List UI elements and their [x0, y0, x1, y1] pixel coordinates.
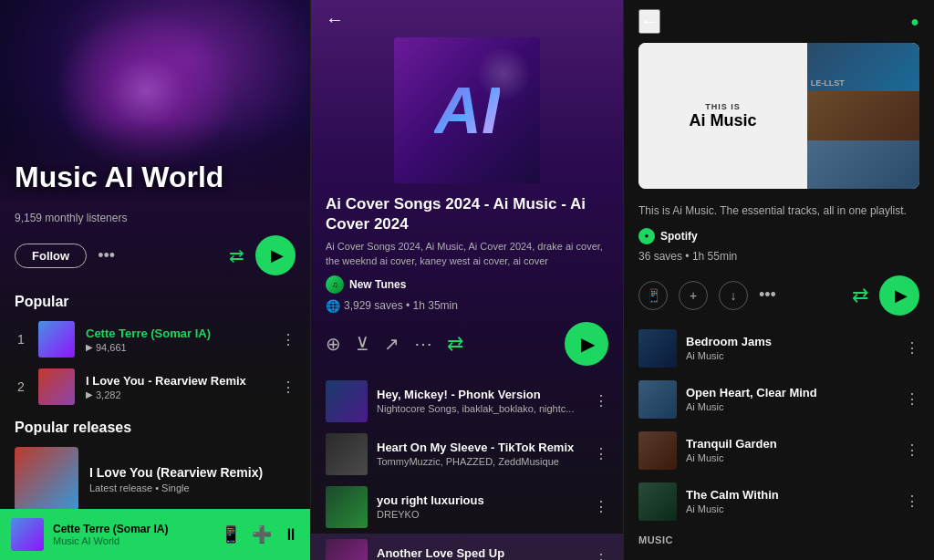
ai-logo-text: AI: [434, 73, 500, 148]
track-item[interactable]: 2 I Love You - Rearview Remix ▶ 3,282 ⋮: [15, 368, 296, 405]
track-thumbnail: [638, 482, 677, 521]
more-icon[interactable]: ⋯: [414, 333, 432, 355]
creator-name: New Tunes: [349, 278, 406, 291]
track-thumbnail: [638, 380, 677, 419]
track-item[interactable]: Bedroom Jams Ai Music ⋮: [624, 323, 934, 374]
track-name: you right luxurious: [377, 493, 585, 507]
shuffle-button[interactable]: ⇄: [229, 244, 244, 266]
back-button[interactable]: ←: [638, 9, 660, 34]
playlist-actions: ⊕ ⊻ ↗ ⋯ ⇄ ▶: [311, 322, 623, 375]
play-icon: ▶: [271, 245, 284, 265]
cover-image-1: LE-LLST: [807, 43, 919, 91]
track-item[interactable]: 1 Cette Terre (Somar IA) ▶ 94,661 ⋮: [15, 321, 296, 358]
playlist-stats: 🌐 3,929 saves • 1h 35min: [326, 299, 608, 313]
play-button[interactable]: ▶: [879, 275, 919, 316]
np-title: Cette Terre (Somar IA): [53, 523, 212, 535]
more-button[interactable]: •••: [759, 285, 776, 305]
globe-icon: 🌐: [326, 299, 340, 313]
track-name: Bedroom Jams: [686, 335, 896, 348]
cover-main: THIS IS Ai Music: [638, 43, 807, 189]
release-item[interactable]: I Love You (Rearview Remix) Latest relea…: [15, 447, 296, 511]
track-name: I Love You - Rearview Remix: [86, 374, 270, 388]
popular-releases-title: Popular releases: [15, 420, 296, 436]
play-button[interactable]: ▶: [565, 322, 608, 366]
track-more-button[interactable]: ⋮: [594, 445, 608, 462]
track-details: Tranquil Garden Ai Music: [686, 437, 896, 463]
shuffle-button[interactable]: ⇄: [447, 332, 463, 356]
track-artists: TommyMuzzic, PHAZZED, ZeddMusique: [377, 456, 585, 467]
playlist-description: This is Ai Music. The essential tracks, …: [624, 198, 934, 224]
more-options-button[interactable]: •••: [98, 246, 115, 265]
track-more-button[interactable]: ⋮: [905, 441, 919, 459]
track-artist: Ai Music: [686, 350, 896, 361]
plays-count: 3,282: [96, 389, 121, 400]
play-button[interactable]: ▶: [255, 235, 296, 275]
track-details: Bedroom Jams Ai Music: [686, 335, 896, 361]
track-thumbnail: [326, 539, 368, 560]
follow-button[interactable]: Follow: [15, 244, 87, 268]
pause-icon[interactable]: ⏸: [283, 525, 299, 544]
plays-icon: ▶: [86, 389, 93, 399]
track-item[interactable]: Hey, Mickey! - Phonk Version Nightocore …: [311, 375, 623, 428]
shuffle-button[interactable]: ⇄: [852, 284, 868, 307]
track-thumbnail: [38, 368, 75, 405]
track-more-button[interactable]: ⋮: [594, 498, 608, 515]
release-name: I Love You (Rearview Remix): [89, 465, 296, 480]
track-list: Hey, Mickey! - Phonk Version Nightocore …: [311, 375, 623, 560]
track-details: Open Heart, Clear Mind Ai Music: [686, 386, 896, 412]
artist-title-block: Music AI World: [15, 161, 223, 193]
track-details: Another Love Sped Up Dybbukk Covers, Dyb…: [377, 546, 585, 560]
track-details: Heart On My Sleeve - TikTok Remix TommyM…: [377, 441, 585, 467]
panel-playlist: ← AI Ai Cover Songs 2024 - Ai Music - Ai…: [310, 0, 624, 560]
play-icon: ▶: [581, 333, 595, 355]
panel-this-is: ← ● THIS IS Ai Music LE-LLST This is Ai …: [624, 0, 934, 560]
track-item[interactable]: Open Heart, Clear Mind Ai Music ⋮: [624, 374, 934, 425]
add-icon[interactable]: +: [679, 281, 708, 310]
track-item[interactable]: you right luxurious DREYKO ⋮: [311, 481, 623, 534]
playlist-tags: Ai Cover Songs 2024, Ai Music, Ai Cover …: [326, 240, 608, 268]
download-icon[interactable]: ⊻: [356, 333, 369, 355]
track-more-button[interactable]: ⋮: [594, 551, 608, 560]
playlist-title: Ai Cover Songs 2024 - Ai Music - Ai Cove…: [326, 194, 608, 234]
release-details: I Love You (Rearview Remix) Latest relea…: [89, 465, 296, 493]
track-thumbnail: [638, 329, 677, 368]
artist-hero-image: Music AI World: [0, 0, 310, 201]
track-thumbnail: [326, 380, 368, 422]
share-icon[interactable]: ↗: [384, 333, 400, 355]
back-button[interactable]: ←: [326, 9, 344, 30]
np-artist: Music AI World: [53, 535, 212, 546]
track-item[interactable]: The Calm Within Ai Music ⋮: [624, 476, 934, 527]
track-item[interactable]: Tranquil Garden Ai Music ⋮: [624, 425, 934, 476]
cover-sidebar: LE-LLST: [807, 43, 919, 189]
track-thumbnail: [326, 486, 368, 528]
track-more-button[interactable]: ⋮: [905, 390, 919, 408]
section-label: MUSIC: [624, 527, 934, 547]
add-to-playlist-icon[interactable]: ➕: [252, 524, 272, 544]
creator-row: ♫ New Tunes: [326, 275, 608, 294]
track-name: Cette Terre (Somar IA): [86, 327, 270, 340]
album-art: AI: [394, 37, 540, 183]
track-more-button[interactable]: ⋮: [281, 331, 296, 348]
cover-title: Ai Music: [689, 111, 756, 130]
panel-artist: Music AI World 9,159 monthly listeners F…: [0, 0, 310, 560]
track-more-button[interactable]: ⋮: [594, 392, 608, 410]
track-item[interactable]: Another Love Sped Up Dybbukk Covers, Dyb…: [311, 534, 623, 560]
track-more-button[interactable]: ⋮: [905, 339, 919, 357]
cover-label: THIS IS: [705, 102, 741, 111]
track-item[interactable]: Heart On My Sleeve - TikTok Remix TommyM…: [311, 428, 623, 481]
now-playing-bar[interactable]: Cette Terre (Somar IA) Music AI World 📱 …: [0, 509, 310, 560]
track-more-button[interactable]: ⋮: [281, 379, 296, 396]
track-more-button[interactable]: ⋮: [905, 493, 919, 510]
playlist-info: Ai Cover Songs 2024 - Ai Music - Ai Cove…: [311, 194, 623, 313]
popular-section-title: Popular: [15, 294, 296, 310]
download-icon[interactable]: ↓: [719, 281, 748, 310]
stats-text: 3,929 saves • 1h 35min: [344, 299, 458, 312]
track-details: I Love You - Rearview Remix ▶ 3,282: [86, 374, 270, 400]
np-thumbnail: [11, 518, 44, 551]
track-name: Another Love Sped Up: [377, 546, 585, 560]
release-thumbnail: [15, 447, 78, 511]
add-icon[interactable]: ⊕: [326, 333, 341, 355]
device-icon[interactable]: 📱: [221, 524, 241, 544]
spotify-icon: ●: [910, 14, 919, 30]
device-icon[interactable]: 📱: [638, 281, 668, 310]
